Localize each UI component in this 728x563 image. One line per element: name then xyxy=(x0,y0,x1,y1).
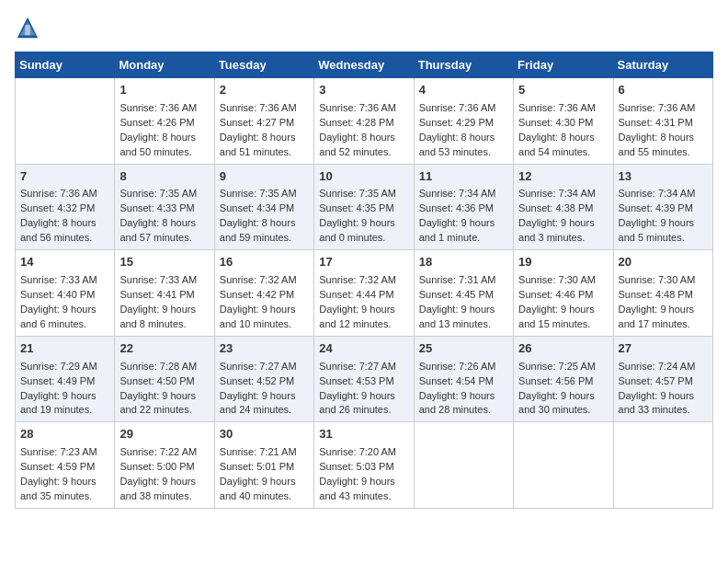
day-number: 1 xyxy=(119,82,209,99)
calendar-cell: 27Sunrise: 7:24 AM Sunset: 4:57 PM Dayli… xyxy=(613,336,712,422)
calendar-cell: 11Sunrise: 7:34 AM Sunset: 4:36 PM Dayli… xyxy=(414,164,513,250)
day-number: 26 xyxy=(518,340,608,358)
calendar-cell: 23Sunrise: 7:27 AM Sunset: 4:52 PM Dayli… xyxy=(214,336,313,422)
calendar-cell: 4Sunrise: 7:36 AM Sunset: 4:29 PM Daylig… xyxy=(414,78,513,165)
calendar-cell: 14Sunrise: 7:33 AM Sunset: 4:40 PM Dayli… xyxy=(16,250,115,337)
day-info: Sunrise: 7:26 AM Sunset: 4:54 PM Dayligh… xyxy=(419,360,508,419)
calendar-cell: 12Sunrise: 7:34 AM Sunset: 4:38 PM Dayli… xyxy=(514,164,613,250)
calendar-cell: 15Sunrise: 7:33 AM Sunset: 4:41 PM Dayli… xyxy=(115,250,214,337)
day-number: 25 xyxy=(419,340,508,358)
calendar-cell: 1Sunrise: 7:36 AM Sunset: 4:26 PM Daylig… xyxy=(115,78,214,165)
day-number: 27 xyxy=(619,340,708,358)
calendar-cell: 29Sunrise: 7:22 AM Sunset: 5:00 PM Dayli… xyxy=(115,422,214,509)
calendar-cell: 22Sunrise: 7:28 AM Sunset: 4:50 PM Dayli… xyxy=(115,336,214,422)
day-number: 30 xyxy=(220,426,309,443)
day-info: Sunrise: 7:36 AM Sunset: 4:26 PM Dayligh… xyxy=(119,101,209,160)
day-info: Sunrise: 7:36 AM Sunset: 4:27 PM Dayligh… xyxy=(220,101,309,160)
calendar-table: SundayMondayTuesdayWednesdayThursdayFrid… xyxy=(15,52,713,509)
day-info: Sunrise: 7:34 AM Sunset: 4:36 PM Dayligh… xyxy=(419,187,508,246)
calendar-cell: 7Sunrise: 7:36 AM Sunset: 4:32 PM Daylig… xyxy=(16,164,115,250)
calendar-cell: 31Sunrise: 7:20 AM Sunset: 5:03 PM Dayli… xyxy=(314,422,414,509)
day-info: Sunrise: 7:36 AM Sunset: 4:30 PM Dayligh… xyxy=(518,101,608,160)
day-info: Sunrise: 7:20 AM Sunset: 5:03 PM Dayligh… xyxy=(319,445,408,504)
svg-rect-2 xyxy=(25,25,30,35)
day-number: 31 xyxy=(319,426,408,443)
calendar-cell: 16Sunrise: 7:32 AM Sunset: 4:42 PM Dayli… xyxy=(214,250,313,337)
day-number: 17 xyxy=(319,254,408,271)
day-info: Sunrise: 7:27 AM Sunset: 4:52 PM Dayligh… xyxy=(220,360,309,419)
day-info: Sunrise: 7:23 AM Sunset: 4:59 PM Dayligh… xyxy=(20,445,109,504)
header-sunday: Sunday xyxy=(16,52,115,78)
header-friday: Friday xyxy=(514,52,613,78)
day-info: Sunrise: 7:29 AM Sunset: 4:49 PM Dayligh… xyxy=(20,360,109,419)
day-number: 15 xyxy=(119,254,209,271)
day-info: Sunrise: 7:21 AM Sunset: 5:01 PM Dayligh… xyxy=(220,445,309,504)
day-number: 7 xyxy=(20,168,109,186)
calendar-cell: 2Sunrise: 7:36 AM Sunset: 4:27 PM Daylig… xyxy=(214,78,313,165)
day-number: 22 xyxy=(119,340,209,358)
calendar-cell: 30Sunrise: 7:21 AM Sunset: 5:01 PM Dayli… xyxy=(214,422,313,509)
calendar-header-row: SundayMondayTuesdayWednesdayThursdayFrid… xyxy=(16,52,713,78)
day-number: 8 xyxy=(119,168,209,186)
day-number: 19 xyxy=(518,254,608,271)
calendar-cell: 28Sunrise: 7:23 AM Sunset: 4:59 PM Dayli… xyxy=(16,422,115,509)
logo-icon xyxy=(15,15,40,40)
header-thursday: Thursday xyxy=(414,52,513,78)
day-info: Sunrise: 7:35 AM Sunset: 4:35 PM Dayligh… xyxy=(319,187,408,246)
day-info: Sunrise: 7:33 AM Sunset: 4:41 PM Dayligh… xyxy=(119,273,209,332)
day-info: Sunrise: 7:33 AM Sunset: 4:40 PM Dayligh… xyxy=(20,273,109,332)
day-number: 10 xyxy=(319,168,408,186)
day-info: Sunrise: 7:31 AM Sunset: 4:45 PM Dayligh… xyxy=(419,273,508,332)
day-info: Sunrise: 7:35 AM Sunset: 4:33 PM Dayligh… xyxy=(119,187,209,246)
calendar-cell: 5Sunrise: 7:36 AM Sunset: 4:30 PM Daylig… xyxy=(514,78,613,165)
calendar-cell: 9Sunrise: 7:35 AM Sunset: 4:34 PM Daylig… xyxy=(214,164,313,250)
day-info: Sunrise: 7:24 AM Sunset: 4:57 PM Dayligh… xyxy=(619,360,708,419)
calendar-cell: 17Sunrise: 7:32 AM Sunset: 4:44 PM Dayli… xyxy=(314,250,414,337)
day-number: 21 xyxy=(20,340,109,358)
day-info: Sunrise: 7:36 AM Sunset: 4:32 PM Dayligh… xyxy=(20,187,109,246)
day-info: Sunrise: 7:36 AM Sunset: 4:31 PM Dayligh… xyxy=(619,101,708,160)
calendar-cell: 3Sunrise: 7:36 AM Sunset: 4:28 PM Daylig… xyxy=(314,78,414,165)
day-info: Sunrise: 7:36 AM Sunset: 4:29 PM Dayligh… xyxy=(419,101,508,160)
day-number: 29 xyxy=(119,426,209,443)
calendar-cell: 25Sunrise: 7:26 AM Sunset: 4:54 PM Dayli… xyxy=(414,336,513,422)
calendar-cell xyxy=(16,78,115,165)
day-number: 18 xyxy=(419,254,508,271)
logo xyxy=(15,15,42,40)
day-number: 9 xyxy=(220,168,309,186)
header-monday: Monday xyxy=(115,52,214,78)
day-info: Sunrise: 7:30 AM Sunset: 4:48 PM Dayligh… xyxy=(619,273,708,332)
calendar-cell xyxy=(613,422,712,509)
day-number: 23 xyxy=(220,340,309,358)
day-info: Sunrise: 7:34 AM Sunset: 4:39 PM Dayligh… xyxy=(619,187,708,246)
calendar-week-row: 7Sunrise: 7:36 AM Sunset: 4:32 PM Daylig… xyxy=(16,164,713,250)
day-number: 4 xyxy=(419,82,508,99)
calendar-cell xyxy=(414,422,513,509)
calendar-cell: 8Sunrise: 7:35 AM Sunset: 4:33 PM Daylig… xyxy=(115,164,214,250)
calendar-cell: 10Sunrise: 7:35 AM Sunset: 4:35 PM Dayli… xyxy=(314,164,414,250)
day-info: Sunrise: 7:34 AM Sunset: 4:38 PM Dayligh… xyxy=(518,187,608,246)
calendar-cell: 13Sunrise: 7:34 AM Sunset: 4:39 PM Dayli… xyxy=(613,164,712,250)
calendar-cell: 19Sunrise: 7:30 AM Sunset: 4:46 PM Dayli… xyxy=(514,250,613,337)
day-number: 14 xyxy=(20,254,109,271)
calendar-cell: 6Sunrise: 7:36 AM Sunset: 4:31 PM Daylig… xyxy=(613,78,712,165)
day-info: Sunrise: 7:28 AM Sunset: 4:50 PM Dayligh… xyxy=(119,360,209,419)
calendar-week-row: 1Sunrise: 7:36 AM Sunset: 4:26 PM Daylig… xyxy=(16,78,713,165)
day-info: Sunrise: 7:22 AM Sunset: 5:00 PM Dayligh… xyxy=(119,445,209,504)
page-header xyxy=(15,15,713,40)
calendar-cell: 24Sunrise: 7:27 AM Sunset: 4:53 PM Dayli… xyxy=(314,336,414,422)
day-number: 12 xyxy=(518,168,608,186)
day-info: Sunrise: 7:32 AM Sunset: 4:42 PM Dayligh… xyxy=(220,273,309,332)
calendar-cell: 20Sunrise: 7:30 AM Sunset: 4:48 PM Dayli… xyxy=(613,250,712,337)
day-number: 3 xyxy=(319,82,408,99)
calendar-cell: 18Sunrise: 7:31 AM Sunset: 4:45 PM Dayli… xyxy=(414,250,513,337)
calendar-cell: 21Sunrise: 7:29 AM Sunset: 4:49 PM Dayli… xyxy=(16,336,115,422)
calendar-cell: 26Sunrise: 7:25 AM Sunset: 4:56 PM Dayli… xyxy=(514,336,613,422)
header-tuesday: Tuesday xyxy=(214,52,313,78)
day-info: Sunrise: 7:27 AM Sunset: 4:53 PM Dayligh… xyxy=(319,360,408,419)
day-number: 5 xyxy=(518,82,608,99)
calendar-cell xyxy=(514,422,613,509)
calendar-week-row: 14Sunrise: 7:33 AM Sunset: 4:40 PM Dayli… xyxy=(16,250,713,337)
day-info: Sunrise: 7:35 AM Sunset: 4:34 PM Dayligh… xyxy=(220,187,309,246)
header-wednesday: Wednesday xyxy=(314,52,414,78)
